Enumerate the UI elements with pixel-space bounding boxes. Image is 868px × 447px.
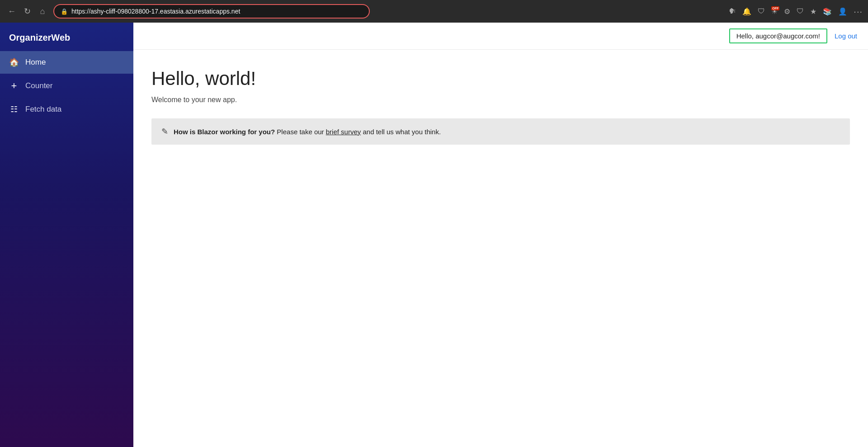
favorites-icon[interactable]: ★: [810, 7, 816, 16]
more-button[interactable]: ···: [854, 6, 863, 17]
app-layout: OrganizerWeb 🏠 Home + Counter ☷ Fetch da…: [0, 23, 868, 447]
sidebar-item-counter-label: Counter: [25, 81, 52, 90]
user-greeting: Hello, augcor@augcor.com!: [729, 28, 827, 43]
sidebar-nav: 🏠 Home + Counter ☷ Fetch data: [0, 51, 133, 121]
fetch-data-icon: ☷: [9, 104, 19, 114]
security-icon[interactable]: 🛡: [797, 7, 804, 15]
url-text: https://ashy-cliff-098028800-17.eastasia…: [71, 8, 363, 15]
back-button[interactable]: ←: [5, 5, 18, 18]
logout-button[interactable]: Log out: [835, 32, 857, 40]
sidebar-item-home-label: Home: [25, 58, 46, 67]
profile-icon[interactable]: 👤: [838, 7, 847, 16]
top-bar: Hello, augcor@augcor.com! Log out: [133, 23, 868, 50]
collections-icon[interactable]: 📚: [823, 7, 832, 16]
refresh-button[interactable]: ↻: [21, 5, 33, 18]
survey-banner: ✎ How is Blazor working for you? Please …: [151, 118, 850, 145]
home-button[interactable]: ⌂: [36, 5, 49, 18]
survey-link[interactable]: brief survey: [326, 128, 361, 136]
sidebar-item-fetch-data-label: Fetch data: [25, 105, 61, 114]
browser-chrome: ← ↻ ⌂ 🔒 https://ashy-cliff-098028800-17.…: [0, 0, 868, 23]
main-content: Hello, augcor@augcor.com! Log out Hello,…: [133, 23, 868, 447]
survey-text: How is Blazor working for you? Please ta…: [174, 128, 441, 136]
page-content: Hello, world! Welcome to your new app. ✎…: [133, 50, 868, 158]
page-subtitle: Welcome to your new app.: [151, 96, 850, 104]
sidebar: OrganizerWeb 🏠 Home + Counter ☷ Fetch da…: [0, 23, 133, 447]
shield-icon[interactable]: 🛡: [758, 7, 765, 15]
pencil-icon: ✎: [161, 127, 168, 136]
lock-icon: 🔒: [61, 8, 68, 15]
puzzle-icon[interactable]: ⚙: [784, 7, 790, 16]
home-icon: 🏠: [9, 57, 19, 67]
sidebar-item-counter[interactable]: + Counter: [0, 74, 133, 98]
browser-alert-icon[interactable]: 🔔: [742, 7, 751, 16]
browser-actions: 🗣 🔔 🛡 ☀ OFF ⚙ 🛡 ★ 📚 👤 ···: [729, 6, 863, 17]
counter-icon: +: [9, 80, 19, 92]
browser-nav-buttons: ← ↻ ⌂: [5, 5, 49, 18]
read-aloud-icon[interactable]: 🗣: [729, 7, 736, 15]
page-title: Hello, world!: [151, 68, 850, 89]
app-title: OrganizerWeb: [0, 23, 133, 51]
survey-pre-text: Please take our: [275, 128, 326, 136]
address-bar[interactable]: 🔒 https://ashy-cliff-098028800-17.eastas…: [53, 4, 370, 19]
extension-off-icon[interactable]: ☀ OFF: [771, 7, 778, 16]
sidebar-item-home[interactable]: 🏠 Home: [0, 51, 133, 74]
sidebar-item-fetch-data[interactable]: ☷ Fetch data: [0, 98, 133, 121]
survey-post-text: and tell us what you think.: [361, 128, 441, 136]
survey-bold-text: How is Blazor working for you?: [174, 128, 275, 136]
off-badge: OFF: [771, 6, 779, 10]
